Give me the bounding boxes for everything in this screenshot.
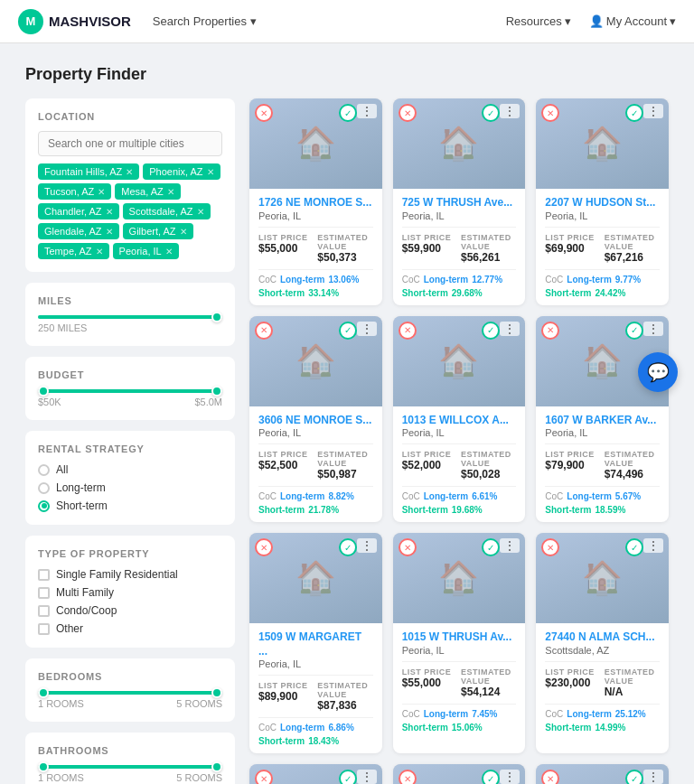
budget-min-thumb[interactable]	[38, 386, 49, 397]
card-address[interactable]: 1607 W BARKER Av...	[545, 414, 660, 428]
card-menu-button[interactable]: ⋮	[643, 104, 663, 118]
bedrooms-slider[interactable]	[38, 691, 222, 695]
estimated-value-value: $87,836	[317, 699, 372, 712]
card-menu-button[interactable]: ⋮	[500, 104, 520, 118]
location-tag: Chandler, AZ✕	[38, 203, 119, 219]
card-menu-button[interactable]: ⋮	[357, 538, 377, 553]
card-like-button[interactable]: ✓	[339, 538, 357, 556]
miles-slider-thumb[interactable]	[211, 312, 222, 322]
card-dislike-button[interactable]: ✕	[255, 770, 273, 784]
card-menu-button[interactable]: ⋮	[357, 322, 377, 336]
estimated-value-value: $50,028	[461, 468, 516, 481]
card-body: 725 W THRUSH Ave... Peoria, IL LIST PRIC…	[393, 189, 526, 305]
tag-remove-icon[interactable]: ✕	[96, 247, 103, 257]
card-dislike-button[interactable]: ✕	[541, 322, 559, 340]
list-price-label: LIST PRICE	[258, 233, 314, 242]
card-address[interactable]: 27440 N ALMA SCH...	[545, 630, 660, 645]
location-search-input[interactable]	[38, 131, 222, 156]
card-address[interactable]: 1013 E WILLCOX A...	[402, 414, 517, 428]
card-image: ✕ ✓ ⋮	[249, 533, 382, 623]
bathrooms-min-thumb[interactable]	[38, 761, 49, 772]
property-type-item[interactable]: Single Family Residential	[38, 568, 222, 581]
card-menu-button[interactable]: ⋮	[643, 538, 663, 553]
coc-label: CoC	[545, 491, 563, 501]
card-image: ✕ ✓ ⋮	[393, 764, 526, 784]
card-dislike-button[interactable]: ✕	[255, 322, 273, 340]
property-type-item[interactable]: Condo/Coop	[38, 604, 222, 617]
estimated-value-col: ESTIMATED VALUE $87,836	[317, 681, 372, 712]
card-address[interactable]: 725 W THRUSH Ave...	[402, 196, 517, 210]
card-city: Peoria, IL	[545, 210, 660, 221]
list-price-value: $59,900	[402, 242, 457, 255]
bathrooms-slider[interactable]	[38, 765, 222, 769]
tag-remove-icon[interactable]: ✕	[106, 207, 113, 217]
card-menu-button[interactable]: ⋮	[643, 322, 663, 336]
property-grid: ✕ ✓ ⋮ 1726 NE MONROE S... Peoria, IL LIS…	[249, 98, 669, 784]
miles-slider[interactable]	[38, 315, 222, 319]
tag-remove-icon[interactable]: ✕	[180, 227, 187, 237]
estimated-value-col: ESTIMATED VALUE $74,496	[605, 450, 660, 481]
card-dislike-button[interactable]: ✕	[399, 770, 417, 784]
coc-shortterm-label: Short-term	[545, 723, 591, 733]
budget-max-thumb[interactable]	[211, 386, 222, 397]
search-properties-menu[interactable]: Search Properties ▾	[153, 14, 257, 28]
card-like-button[interactable]: ✓	[625, 770, 643, 784]
card-dislike-button[interactable]: ✕	[399, 322, 417, 340]
list-price-label: LIST PRICE	[402, 667, 457, 677]
coc-longterm-value: 6.86%	[328, 723, 353, 733]
card-address[interactable]: 2207 W HUDSON St...	[545, 196, 660, 210]
property-type-item[interactable]: Other	[38, 622, 222, 635]
account-menu[interactable]: 👤 My Account ▾	[589, 14, 676, 28]
card-like-button[interactable]: ✓	[625, 104, 643, 122]
tag-remove-icon[interactable]: ✕	[167, 187, 174, 197]
tag-remove-icon[interactable]: ✕	[165, 247, 173, 257]
tag-label: Scottsdale, AZ	[129, 206, 193, 217]
tag-remove-icon[interactable]: ✕	[106, 227, 113, 237]
coc-longterm-value: 13.06%	[328, 275, 359, 285]
tag-remove-icon[interactable]: ✕	[98, 187, 105, 197]
bedrooms-max-thumb[interactable]	[211, 687, 222, 698]
card-address[interactable]: 3606 NE MONROE S...	[258, 414, 373, 428]
tag-remove-icon[interactable]: ✕	[197, 207, 204, 217]
card-like-button[interactable]: ✓	[339, 322, 357, 340]
logo-icon: M	[18, 9, 43, 34]
rental-option[interactable]: All	[38, 463, 222, 476]
property-card: ✕ ✓ ⋮ 27440 N ALMA SCH... Scottsdale, AZ…	[536, 533, 669, 753]
rental-option[interactable]: Short-term	[38, 499, 222, 512]
rental-option[interactable]: Long-term	[38, 481, 222, 494]
card-address[interactable]: 1509 W MARGARET ...	[258, 630, 373, 658]
card-address[interactable]: 1015 W THRUSH Av...	[402, 630, 517, 645]
tag-remove-icon[interactable]: ✕	[207, 167, 214, 177]
card-like-button[interactable]: ✓	[482, 322, 500, 340]
card-like-button[interactable]: ✓	[339, 770, 357, 784]
card-menu-button[interactable]: ⋮	[500, 322, 520, 336]
card-dislike-button[interactable]: ✕	[255, 104, 273, 122]
card-address[interactable]: 1726 NE MONROE S...	[258, 196, 373, 210]
card-menu-button[interactable]: ⋮	[500, 538, 520, 553]
coc-longterm-label: Long-term	[280, 275, 324, 285]
card-dislike-button[interactable]: ✕	[399, 538, 417, 556]
budget-max: $5.0M	[194, 397, 222, 407]
bedrooms-min-thumb[interactable]	[38, 687, 49, 698]
card-city: Peoria, IL	[402, 427, 517, 438]
budget-slider[interactable]	[38, 389, 222, 393]
card-menu-button[interactable]: ⋮	[357, 104, 377, 118]
bathrooms-max-thumb[interactable]	[211, 761, 222, 772]
card-dislike-button[interactable]: ✕	[399, 104, 417, 122]
property-type-item[interactable]: Multi Family	[38, 586, 222, 599]
card-menu-button[interactable]: ⋮	[357, 770, 377, 784]
tag-remove-icon[interactable]: ✕	[126, 167, 133, 177]
resources-menu[interactable]: Resources ▾	[506, 14, 571, 28]
card-menu-button[interactable]: ⋮	[500, 770, 520, 784]
coc-longterm-value: 7.45%	[472, 709, 497, 719]
card-like-button[interactable]: ✓	[482, 770, 500, 784]
property-type-section: TYPE OF PROPERTY Single Family Residenti…	[25, 536, 235, 648]
chat-bubble-button[interactable]: 💬	[638, 352, 678, 392]
card-image: ✕ ✓ ⋮	[393, 316, 526, 406]
logo[interactable]: M MASHVISOR	[18, 9, 131, 34]
card-like-button[interactable]: ✓	[339, 104, 357, 122]
card-menu-button[interactable]: ⋮	[643, 770, 663, 784]
card-body: 1013 E WILLCOX A... Peoria, IL LIST PRIC…	[393, 406, 526, 523]
card-like-button[interactable]: ✓	[625, 322, 643, 340]
card-dislike-button[interactable]: ✕	[541, 770, 559, 784]
